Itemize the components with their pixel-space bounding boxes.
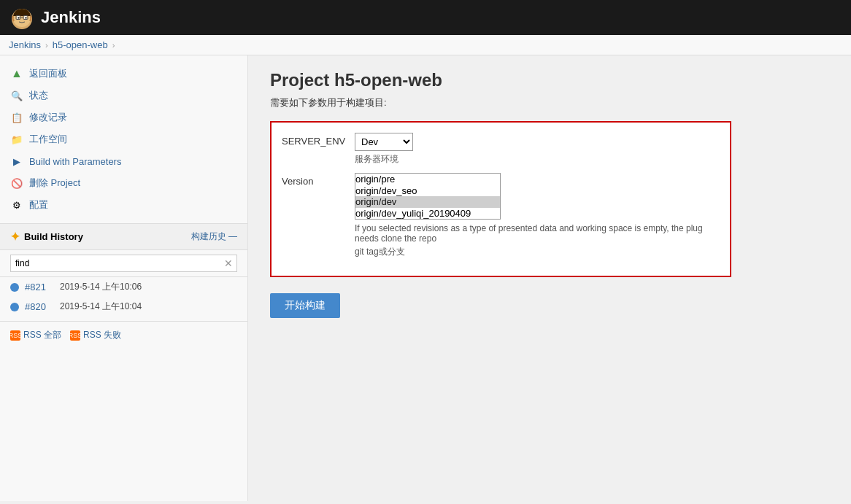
build-history-title: ✦ Build History (10, 230, 83, 244)
build-time-821: 2019-5-14 上午10:06 (60, 281, 142, 293)
rss-all-label: RSS 全部 (23, 329, 61, 341)
version-option-pre[interactable]: origin/pre (355, 174, 500, 185)
page-subtitle: 需要如下参数用于构建项目: (270, 96, 829, 109)
play-icon: ▶ (10, 155, 23, 168)
app-header: Jenkins (0, 0, 851, 35)
breadcrumb-project[interactable]: h5-open-web (53, 39, 108, 50)
sidebar-item-back[interactable]: ▲ 返回面板 (0, 63, 247, 85)
jenkins-logo-icon (9, 4, 35, 31)
document-icon: 📋 (10, 111, 23, 124)
page-title: Project h5-open-web (270, 70, 829, 90)
server-env-hint: 服务器环境 (355, 153, 413, 166)
search-icon: 🔍 (10, 89, 23, 102)
build-history-header: ✦ Build History 构建历史 — (0, 224, 247, 250)
search-input[interactable] (10, 255, 237, 272)
rss-all-icon: RSS (10, 330, 20, 341)
search-box: ✕ (0, 250, 247, 277)
sidebar-item-workspace[interactable]: 📁 工作空间 (0, 128, 247, 150)
svg-point-5 (25, 17, 26, 18)
build-history-link[interactable]: 构建历史 — (191, 230, 237, 243)
sidebar-item-configure[interactable]: ⚙ 配置 (0, 194, 247, 216)
delete-link[interactable]: 删除 Project (29, 177, 80, 190)
svg-point-4 (18, 17, 19, 18)
content-area: Project h5-open-web 需要如下参数用于构建项目: SERVER… (248, 55, 851, 501)
breadcrumb-sep-2: › (112, 41, 115, 50)
logo: Jenkins (9, 4, 101, 31)
star-icon: ✦ (10, 230, 20, 244)
search-clear-icon[interactable]: ✕ (224, 257, 233, 269)
version-option-dev-seo[interactable]: origin/dev_seo (355, 185, 500, 197)
version-label: Version (282, 173, 347, 187)
rss-all-link[interactable]: RSS RSS 全部 (10, 329, 61, 341)
sidebar-item-status[interactable]: 🔍 状态 (0, 85, 247, 106)
app-title: Jenkins (41, 8, 101, 27)
build-number-821: #821 (25, 282, 54, 292)
build-link-820[interactable]: #820 (25, 301, 46, 312)
server-env-select[interactable]: Dev Test Staging Prod (355, 133, 413, 151)
sidebar-item-build-params[interactable]: ▶ Build with Parameters (0, 150, 247, 172)
build-status-dot-820 (10, 303, 19, 311)
build-number-820: #820 (25, 301, 54, 312)
breadcrumb-jenkins[interactable]: Jenkins (9, 39, 41, 50)
version-listbox: origin/pre origin/dev_seo origin/dev ori… (355, 173, 501, 220)
version-control: origin/pre origin/dev_seo origin/dev ori… (355, 173, 720, 258)
gear-icon: ⚙ (10, 198, 23, 212)
version-select[interactable]: origin/pre origin/dev_seo origin/dev ori… (355, 174, 500, 219)
arrow-up-icon: ▲ (10, 67, 23, 80)
main-layout: ▲ 返回面板 🔍 状态 📋 修改记录 📁 工作空间 ▶ Build with P… (0, 55, 851, 501)
folder-icon: 📁 (10, 133, 23, 146)
params-form: SERVER_ENV Dev Test Staging Prod 服务器环境 V… (270, 121, 731, 277)
status-link[interactable]: 状态 (29, 89, 48, 102)
server-env-label: SERVER_ENV (282, 133, 347, 147)
version-info-text: If you selected revisions as a type of p… (355, 223, 720, 244)
server-env-row: SERVER_ENV Dev Test Staging Prod 服务器环境 (282, 133, 720, 166)
back-to-dashboard-link[interactable]: 返回面板 (29, 67, 67, 80)
build-history-label: Build History (24, 231, 83, 242)
build-time-820: 2019-5-14 上午10:04 (60, 301, 142, 313)
version-option-dev[interactable]: origin/dev (355, 196, 500, 208)
build-item-821: #821 2019-5-14 上午10:06 (0, 277, 247, 297)
sidebar: ▲ 返回面板 🔍 状态 📋 修改记录 📁 工作空间 ▶ Build with P… (0, 55, 248, 501)
rss-section: RSS RSS 全部 RSS RSS 失败 (0, 321, 247, 349)
configure-link[interactable]: 配置 (29, 198, 48, 212)
breadcrumb-sep-1: › (45, 41, 48, 50)
rss-fail-label: RSS 失败 (83, 329, 121, 341)
build-link-821[interactable]: #821 (25, 282, 46, 292)
build-params-link[interactable]: Build with Parameters (29, 156, 121, 167)
build-button[interactable]: 开始构建 (270, 293, 340, 318)
rss-fail-link[interactable]: RSS RSS 失败 (70, 329, 121, 341)
version-hint: git tag或分支 (355, 246, 720, 258)
build-status-dot-821 (10, 283, 19, 292)
sidebar-item-changes[interactable]: 📋 修改记录 (0, 106, 247, 128)
build-history-section: ✦ Build History 构建历史 — ✕ #821 2019-5-14 … (0, 223, 247, 349)
delete-icon: 🚫 (10, 177, 23, 190)
workspace-link[interactable]: 工作空间 (29, 133, 67, 146)
version-option-dev-yuliqi[interactable]: origin/dev_yuliqi_20190409 (355, 208, 500, 220)
rss-fail-icon: RSS (70, 330, 80, 341)
breadcrumb: Jenkins › h5-open-web › (0, 35, 851, 55)
build-item-820: #820 2019-5-14 上午10:04 (0, 297, 247, 317)
version-row: Version origin/pre origin/dev_seo origin… (282, 173, 720, 258)
changes-link[interactable]: 修改记录 (29, 111, 67, 124)
server-env-control: Dev Test Staging Prod 服务器环境 (355, 133, 413, 166)
sidebar-item-delete[interactable]: 🚫 删除 Project (0, 172, 247, 194)
